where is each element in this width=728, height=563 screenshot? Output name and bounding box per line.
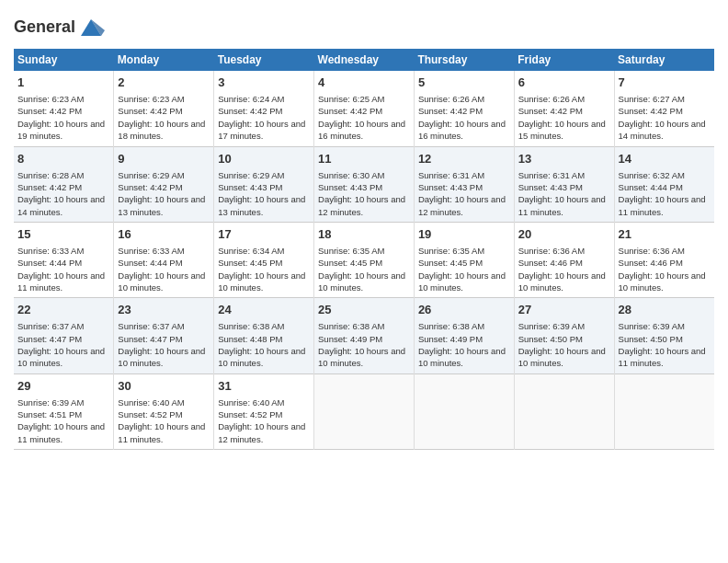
sunset-label: Sunset: 4:44 PM bbox=[619, 182, 683, 192]
sunset-label: Sunset: 4:46 PM bbox=[619, 258, 683, 268]
sunrise-label: Sunrise: 6:40 AM bbox=[118, 397, 184, 408]
sunset-label: Sunset: 4:43 PM bbox=[518, 182, 583, 192]
day-number: 30 bbox=[118, 378, 210, 395]
daylight-label: Daylight: 10 hours and 10 minutes. bbox=[318, 346, 405, 368]
day-number: 8 bbox=[17, 151, 109, 167]
sunset-label: Sunset: 4:45 PM bbox=[318, 258, 382, 268]
calendar-day-cell: 25 Sunrise: 6:38 AM Sunset: 4:49 PM Dayl… bbox=[314, 298, 415, 373]
calendar-day-cell bbox=[614, 373, 714, 449]
sunset-label: Sunset: 4:49 PM bbox=[318, 334, 382, 344]
sunrise-label: Sunrise: 6:24 AM bbox=[218, 94, 284, 104]
sunset-label: Sunset: 4:43 PM bbox=[418, 182, 483, 192]
daylight-label: Daylight: 10 hours and 13 minutes. bbox=[218, 194, 305, 216]
calendar-day-cell: 19 Sunrise: 6:35 AM Sunset: 4:45 PM Dayl… bbox=[414, 222, 514, 297]
calendar-day-cell: 29 Sunrise: 6:39 AM Sunset: 4:51 PM Dayl… bbox=[14, 373, 114, 449]
sunrise-label: Sunrise: 6:31 AM bbox=[418, 170, 484, 180]
daylight-label: Daylight: 10 hours and 12 minutes. bbox=[218, 421, 305, 443]
sunrise-label: Sunrise: 6:35 AM bbox=[318, 246, 384, 256]
sunrise-label: Sunrise: 6:31 AM bbox=[518, 170, 585, 180]
day-number: 1 bbox=[17, 75, 109, 91]
sunset-label: Sunset: 4:47 PM bbox=[118, 334, 182, 344]
day-number: 20 bbox=[518, 226, 610, 243]
sunrise-label: Sunrise: 6:25 AM bbox=[318, 94, 384, 104]
calendar-day-cell: 16 Sunrise: 6:33 AM Sunset: 4:44 PM Dayl… bbox=[114, 222, 214, 297]
calendar-day-cell: 22 Sunrise: 6:37 AM Sunset: 4:47 PM Dayl… bbox=[14, 298, 114, 373]
sunset-label: Sunset: 4:46 PM bbox=[518, 258, 583, 268]
calendar-day-cell: 4 Sunrise: 6:25 AM Sunset: 4:42 PM Dayli… bbox=[314, 71, 415, 146]
sunset-label: Sunset: 4:52 PM bbox=[218, 409, 282, 419]
day-number: 31 bbox=[218, 378, 310, 395]
weekday-header: Sunday bbox=[14, 49, 114, 71]
day-number: 27 bbox=[518, 302, 610, 318]
sunrise-label: Sunrise: 6:37 AM bbox=[118, 321, 184, 331]
calendar-day-cell: 10 Sunrise: 6:29 AM Sunset: 4:43 PM Dayl… bbox=[214, 146, 314, 222]
sunrise-label: Sunrise: 6:39 AM bbox=[518, 321, 585, 331]
daylight-label: Daylight: 10 hours and 11 minutes. bbox=[17, 270, 105, 293]
sunset-label: Sunset: 4:51 PM bbox=[17, 409, 82, 419]
daylight-label: Daylight: 10 hours and 12 minutes. bbox=[418, 194, 506, 216]
calendar-day-cell: 14 Sunrise: 6:32 AM Sunset: 4:44 PM Dayl… bbox=[614, 146, 714, 222]
calendar-day-cell: 21 Sunrise: 6:36 AM Sunset: 4:46 PM Dayl… bbox=[614, 222, 714, 297]
daylight-label: Daylight: 10 hours and 14 minutes. bbox=[17, 194, 105, 216]
sunset-label: Sunset: 4:42 PM bbox=[17, 182, 82, 192]
sunrise-label: Sunrise: 6:27 AM bbox=[619, 94, 685, 104]
sunrise-label: Sunrise: 6:26 AM bbox=[418, 94, 484, 104]
logo-general: General bbox=[14, 18, 75, 37]
day-number: 19 bbox=[418, 226, 510, 243]
sunrise-label: Sunrise: 6:38 AM bbox=[218, 321, 284, 331]
header: General bbox=[14, 9, 714, 41]
daylight-label: Daylight: 10 hours and 11 minutes. bbox=[619, 194, 706, 216]
daylight-label: Daylight: 10 hours and 16 minutes. bbox=[418, 119, 506, 141]
sunset-label: Sunset: 4:47 PM bbox=[17, 334, 82, 344]
calendar-day-cell bbox=[514, 373, 614, 449]
sunrise-label: Sunrise: 6:26 AM bbox=[518, 94, 585, 104]
sunset-label: Sunset: 4:44 PM bbox=[17, 258, 82, 268]
calendar-day-cell: 7 Sunrise: 6:27 AM Sunset: 4:42 PM Dayli… bbox=[614, 71, 714, 146]
daylight-label: Daylight: 10 hours and 10 minutes. bbox=[619, 270, 706, 293]
daylight-label: Daylight: 10 hours and 10 minutes. bbox=[17, 346, 105, 368]
day-number: 7 bbox=[619, 75, 711, 91]
day-number: 3 bbox=[218, 75, 310, 91]
day-number: 28 bbox=[619, 302, 711, 318]
day-number: 25 bbox=[318, 302, 410, 318]
sunrise-label: Sunrise: 6:33 AM bbox=[118, 246, 184, 256]
calendar-day-cell bbox=[414, 373, 514, 449]
daylight-label: Daylight: 10 hours and 10 minutes. bbox=[118, 270, 205, 293]
sunrise-label: Sunrise: 6:39 AM bbox=[619, 321, 685, 331]
calendar-day-cell: 17 Sunrise: 6:34 AM Sunset: 4:45 PM Dayl… bbox=[214, 222, 314, 297]
day-number: 23 bbox=[118, 302, 210, 318]
sunrise-label: Sunrise: 6:36 AM bbox=[518, 246, 585, 256]
sunset-label: Sunset: 4:45 PM bbox=[418, 258, 483, 268]
page-container: General SundayMondayTuesdayWednesdayThur… bbox=[0, 0, 728, 459]
daylight-label: Daylight: 10 hours and 16 minutes. bbox=[318, 119, 405, 141]
calendar-day-cell: 5 Sunrise: 6:26 AM Sunset: 4:42 PM Dayli… bbox=[414, 71, 514, 146]
calendar-day-cell: 31 Sunrise: 6:40 AM Sunset: 4:52 PM Dayl… bbox=[214, 373, 314, 449]
day-number: 21 bbox=[619, 226, 711, 243]
calendar-week-row: 1 Sunrise: 6:23 AM Sunset: 4:42 PM Dayli… bbox=[14, 71, 714, 146]
calendar-day-cell: 2 Sunrise: 6:23 AM Sunset: 4:42 PM Dayli… bbox=[114, 71, 214, 146]
sunrise-label: Sunrise: 6:38 AM bbox=[418, 321, 484, 331]
sunset-label: Sunset: 4:42 PM bbox=[17, 106, 82, 116]
logo: General bbox=[14, 14, 105, 41]
calendar-day-cell: 23 Sunrise: 6:37 AM Sunset: 4:47 PM Dayl… bbox=[114, 298, 214, 373]
sunrise-label: Sunrise: 6:30 AM bbox=[318, 170, 384, 180]
calendar-day-cell: 11 Sunrise: 6:30 AM Sunset: 4:43 PM Dayl… bbox=[314, 146, 415, 222]
weekday-header: Saturday bbox=[614, 49, 714, 71]
daylight-label: Daylight: 10 hours and 18 minutes. bbox=[118, 119, 205, 141]
sunrise-label: Sunrise: 6:23 AM bbox=[118, 94, 184, 104]
day-number: 5 bbox=[418, 75, 510, 91]
sunrise-label: Sunrise: 6:29 AM bbox=[218, 170, 284, 180]
sunset-label: Sunset: 4:50 PM bbox=[619, 334, 683, 344]
daylight-label: Daylight: 10 hours and 12 minutes. bbox=[318, 194, 405, 216]
sunrise-label: Sunrise: 6:36 AM bbox=[619, 246, 685, 256]
day-number: 11 bbox=[318, 151, 410, 167]
sunset-label: Sunset: 4:50 PM bbox=[518, 334, 583, 344]
daylight-label: Daylight: 10 hours and 11 minutes. bbox=[17, 421, 105, 443]
sunset-label: Sunset: 4:42 PM bbox=[619, 106, 683, 116]
calendar-day-cell: 1 Sunrise: 6:23 AM Sunset: 4:42 PM Dayli… bbox=[14, 71, 114, 146]
calendar-day-cell: 6 Sunrise: 6:26 AM Sunset: 4:42 PM Dayli… bbox=[514, 71, 614, 146]
calendar-day-cell: 30 Sunrise: 6:40 AM Sunset: 4:52 PM Dayl… bbox=[114, 373, 214, 449]
day-number: 6 bbox=[518, 75, 610, 91]
day-number: 29 bbox=[17, 378, 109, 395]
sunrise-label: Sunrise: 6:35 AM bbox=[418, 246, 484, 256]
